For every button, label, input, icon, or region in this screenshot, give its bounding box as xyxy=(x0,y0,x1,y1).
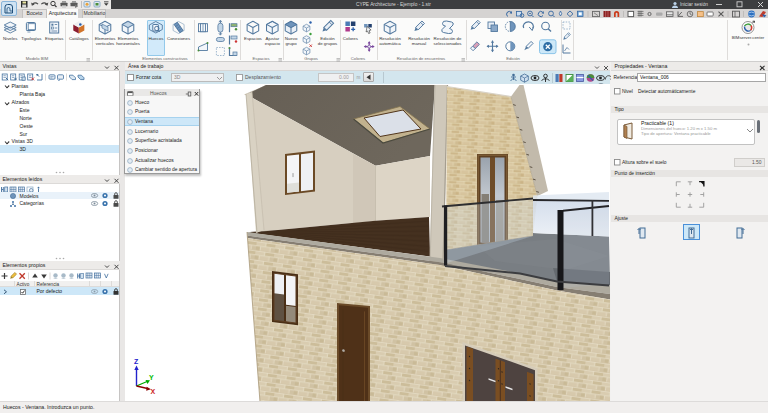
svg-text:Z: Z xyxy=(134,358,139,365)
svg-text:Y: Y xyxy=(149,374,154,381)
svg-text:X: X xyxy=(151,388,156,395)
